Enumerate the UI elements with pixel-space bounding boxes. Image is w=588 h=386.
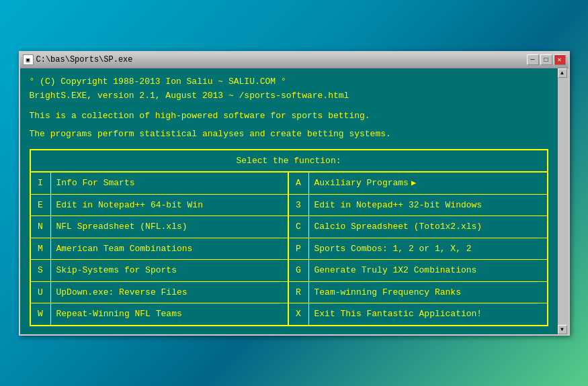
menu-table: Select the function: I Info For Smarts A…	[30, 149, 548, 326]
menu-row-3[interactable]: 3 Edit in Notepad++ 32-bit Windows	[289, 195, 547, 217]
menu-row-A[interactable]: A Auxiliary Programs ▶	[289, 173, 547, 195]
menu-key-A: A	[289, 173, 309, 194]
menu-label-M: American Team Combinations	[51, 238, 288, 260]
arrow-icon: ▶	[411, 177, 416, 189]
menu-label-P: Sports Combos: 1, 2 or 1, X, 2	[309, 238, 547, 260]
menu-label-S: Skip-Systems for Sports	[51, 260, 288, 281]
menu-label-I: Info For Smarts	[51, 173, 288, 194]
menu-key-G: G	[289, 260, 309, 281]
menu-label-A: Auxiliary Programs ▶	[309, 173, 547, 194]
scroll-down-button[interactable]: ▼	[558, 325, 567, 334]
menu-key-P: P	[289, 238, 309, 260]
menu-label-R: Team-winning Frequency Ranks	[309, 282, 547, 303]
menu-label-N: NFL Spreadsheet (NFL.xls)	[51, 216, 288, 238]
menu-key-E: E	[31, 195, 51, 216]
window-controls: ─ □ ✕	[527, 54, 566, 65]
menu-key-3: 3	[289, 195, 309, 216]
menu-label-G: Generate Truly 1X2 Combinations	[309, 260, 547, 281]
menu-label-X: Exit This Fantastic Application!	[309, 303, 547, 325]
menu-label-3: Edit in Notepad++ 32-bit Windows	[309, 195, 547, 216]
title-bar: ▣ C:\bas\Sports\SP.exe ─ □ ✕	[20, 52, 569, 68]
description-line2: The programs perform statistical analyse…	[30, 128, 548, 141]
menu-label-C: Calcio Spreadsheet (Toto1x2.xls)	[309, 216, 547, 238]
menu-key-M: M	[31, 238, 51, 260]
menu-row-U[interactable]: U UpDown.exe: Reverse Files	[31, 282, 289, 304]
menu-key-X: X	[289, 303, 309, 325]
close-button[interactable]: ✕	[554, 54, 566, 65]
minimize-button[interactable]: ─	[527, 54, 539, 65]
menu-key-N: N	[31, 216, 51, 238]
select-header: Select the function:	[31, 150, 547, 173]
menu-grid: I Info For Smarts A Auxiliary Programs ▶…	[31, 173, 547, 325]
menu-row-M[interactable]: M American Team Combinations	[31, 238, 289, 260]
menu-row-W[interactable]: W Repeat-Winning NFL Teams	[31, 303, 289, 325]
scroll-up-button[interactable]: ▲	[558, 68, 567, 78]
copyright-line1: ° (C) Copyright 1988-2013 Ion Saliu ~ SA…	[30, 75, 548, 89]
menu-row-S[interactable]: S Skip-Systems for Sports	[31, 260, 289, 282]
menu-key-S: S	[31, 260, 51, 281]
menu-row-I[interactable]: I Info For Smarts	[31, 173, 289, 195]
menu-label-W: Repeat-Winning NFL Teams	[51, 303, 288, 325]
window-title: C:\bas\Sports\SP.exe	[36, 55, 133, 64]
menu-label-U: UpDown.exe: Reverse Files	[51, 282, 288, 303]
window-icon: ▣	[23, 54, 34, 65]
menu-row-R[interactable]: R Team-winning Frequency Ranks	[289, 282, 547, 304]
menu-key-C: C	[289, 216, 309, 238]
menu-key-U: U	[31, 282, 51, 303]
menu-key-W: W	[31, 303, 51, 325]
copyright-line2: BrightS.EXE, version 2.1, August 2013 ~ …	[30, 89, 548, 103]
scrollbar[interactable]: ▲ ▼	[558, 68, 569, 334]
menu-row-P[interactable]: P Sports Combos: 1, 2 or 1, X, 2	[289, 238, 547, 260]
menu-row-N[interactable]: N NFL Spreadsheet (NFL.xls)	[31, 216, 289, 238]
menu-key-R: R	[289, 282, 309, 303]
menu-row-X[interactable]: X Exit This Fantastic Application!	[289, 303, 547, 325]
maximize-button[interactable]: □	[540, 54, 552, 65]
menu-label-E: Edit in Notepad++ 64-bit Win	[51, 195, 288, 216]
menu-row-E[interactable]: E Edit in Notepad++ 64-bit Win	[31, 195, 289, 217]
menu-key-I: I	[31, 173, 51, 194]
menu-row-G[interactable]: G Generate Truly 1X2 Combinations	[289, 260, 547, 282]
description-line1: This is a collection of high-powered sof…	[30, 109, 548, 123]
menu-row-C[interactable]: C Calcio Spreadsheet (Toto1x2.xls)	[289, 216, 547, 238]
